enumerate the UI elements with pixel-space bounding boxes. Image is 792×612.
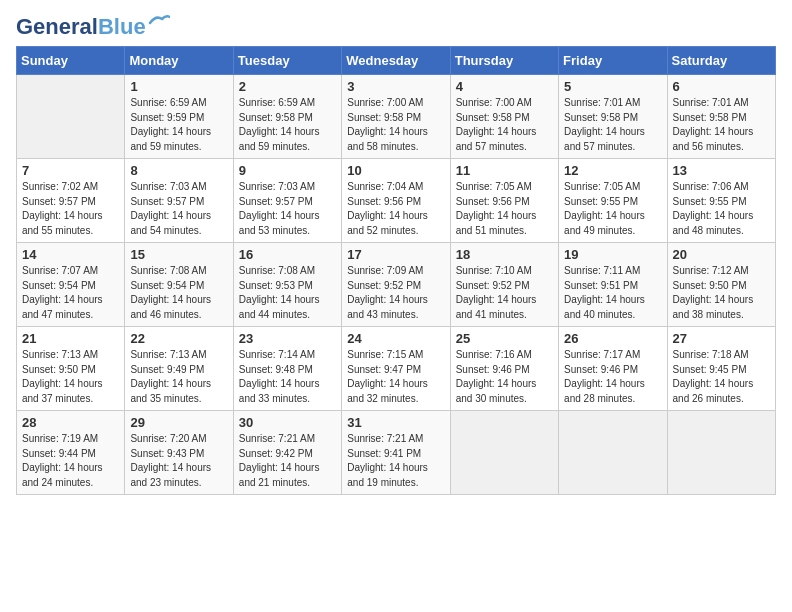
calendar-day-cell: 6 Sunrise: 7:01 AM Sunset: 9:58 PM Dayli…: [667, 75, 775, 159]
calendar-table: SundayMondayTuesdayWednesdayThursdayFrid…: [16, 46, 776, 495]
calendar-day-cell: 7 Sunrise: 7:02 AM Sunset: 9:57 PM Dayli…: [17, 159, 125, 243]
day-info: Sunrise: 7:05 AM Sunset: 9:55 PM Dayligh…: [564, 180, 661, 238]
calendar-day-cell: 19 Sunrise: 7:11 AM Sunset: 9:51 PM Dayl…: [559, 243, 667, 327]
day-info: Sunrise: 7:20 AM Sunset: 9:43 PM Dayligh…: [130, 432, 227, 490]
day-info: Sunrise: 7:00 AM Sunset: 9:58 PM Dayligh…: [347, 96, 444, 154]
day-info: Sunrise: 7:10 AM Sunset: 9:52 PM Dayligh…: [456, 264, 553, 322]
day-number: 24: [347, 331, 444, 346]
day-info: Sunrise: 7:19 AM Sunset: 9:44 PM Dayligh…: [22, 432, 119, 490]
day-number: 14: [22, 247, 119, 262]
calendar-week-row: 7 Sunrise: 7:02 AM Sunset: 9:57 PM Dayli…: [17, 159, 776, 243]
calendar-week-row: 1 Sunrise: 6:59 AM Sunset: 9:59 PM Dayli…: [17, 75, 776, 159]
day-info: Sunrise: 6:59 AM Sunset: 9:58 PM Dayligh…: [239, 96, 336, 154]
day-info: Sunrise: 7:13 AM Sunset: 9:49 PM Dayligh…: [130, 348, 227, 406]
day-info: Sunrise: 7:21 AM Sunset: 9:42 PM Dayligh…: [239, 432, 336, 490]
calendar-day-cell: 9 Sunrise: 7:03 AM Sunset: 9:57 PM Dayli…: [233, 159, 341, 243]
day-number: 16: [239, 247, 336, 262]
day-number: 23: [239, 331, 336, 346]
day-info: Sunrise: 7:21 AM Sunset: 9:41 PM Dayligh…: [347, 432, 444, 490]
calendar-day-cell: 12 Sunrise: 7:05 AM Sunset: 9:55 PM Dayl…: [559, 159, 667, 243]
calendar-day-cell: 20 Sunrise: 7:12 AM Sunset: 9:50 PM Dayl…: [667, 243, 775, 327]
day-number: 29: [130, 415, 227, 430]
day-number: 26: [564, 331, 661, 346]
day-number: 4: [456, 79, 553, 94]
calendar-day-cell: 23 Sunrise: 7:14 AM Sunset: 9:48 PM Dayl…: [233, 327, 341, 411]
calendar-day-cell: 26 Sunrise: 7:17 AM Sunset: 9:46 PM Dayl…: [559, 327, 667, 411]
calendar-day-cell: 27 Sunrise: 7:18 AM Sunset: 9:45 PM Dayl…: [667, 327, 775, 411]
day-number: 1: [130, 79, 227, 94]
day-info: Sunrise: 7:15 AM Sunset: 9:47 PM Dayligh…: [347, 348, 444, 406]
calendar-day-cell: 13 Sunrise: 7:06 AM Sunset: 9:55 PM Dayl…: [667, 159, 775, 243]
calendar-day-cell: 31 Sunrise: 7:21 AM Sunset: 9:41 PM Dayl…: [342, 411, 450, 495]
day-info: Sunrise: 7:17 AM Sunset: 9:46 PM Dayligh…: [564, 348, 661, 406]
calendar-day-cell: [559, 411, 667, 495]
calendar-day-cell: 14 Sunrise: 7:07 AM Sunset: 9:54 PM Dayl…: [17, 243, 125, 327]
day-number: 27: [673, 331, 770, 346]
day-number: 10: [347, 163, 444, 178]
logo-bird-icon: [148, 13, 170, 31]
day-info: Sunrise: 7:02 AM Sunset: 9:57 PM Dayligh…: [22, 180, 119, 238]
day-info: Sunrise: 7:08 AM Sunset: 9:53 PM Dayligh…: [239, 264, 336, 322]
calendar-day-cell: 2 Sunrise: 6:59 AM Sunset: 9:58 PM Dayli…: [233, 75, 341, 159]
day-number: 6: [673, 79, 770, 94]
calendar-day-cell: 10 Sunrise: 7:04 AM Sunset: 9:56 PM Dayl…: [342, 159, 450, 243]
day-number: 2: [239, 79, 336, 94]
calendar-day-cell: 29 Sunrise: 7:20 AM Sunset: 9:43 PM Dayl…: [125, 411, 233, 495]
day-info: Sunrise: 7:01 AM Sunset: 9:58 PM Dayligh…: [564, 96, 661, 154]
day-info: Sunrise: 7:06 AM Sunset: 9:55 PM Dayligh…: [673, 180, 770, 238]
day-info: Sunrise: 7:14 AM Sunset: 9:48 PM Dayligh…: [239, 348, 336, 406]
day-number: 12: [564, 163, 661, 178]
day-info: Sunrise: 7:13 AM Sunset: 9:50 PM Dayligh…: [22, 348, 119, 406]
day-number: 30: [239, 415, 336, 430]
calendar-day-cell: 21 Sunrise: 7:13 AM Sunset: 9:50 PM Dayl…: [17, 327, 125, 411]
calendar-day-cell: 1 Sunrise: 6:59 AM Sunset: 9:59 PM Dayli…: [125, 75, 233, 159]
calendar-day-cell: [17, 75, 125, 159]
calendar-day-cell: 30 Sunrise: 7:21 AM Sunset: 9:42 PM Dayl…: [233, 411, 341, 495]
day-info: Sunrise: 6:59 AM Sunset: 9:59 PM Dayligh…: [130, 96, 227, 154]
weekday-header-tuesday: Tuesday: [233, 47, 341, 75]
weekday-header-thursday: Thursday: [450, 47, 558, 75]
calendar-day-cell: [450, 411, 558, 495]
day-info: Sunrise: 7:09 AM Sunset: 9:52 PM Dayligh…: [347, 264, 444, 322]
day-info: Sunrise: 7:00 AM Sunset: 9:58 PM Dayligh…: [456, 96, 553, 154]
calendar-day-cell: 5 Sunrise: 7:01 AM Sunset: 9:58 PM Dayli…: [559, 75, 667, 159]
day-info: Sunrise: 7:12 AM Sunset: 9:50 PM Dayligh…: [673, 264, 770, 322]
day-number: 17: [347, 247, 444, 262]
day-info: Sunrise: 7:18 AM Sunset: 9:45 PM Dayligh…: [673, 348, 770, 406]
calendar-day-cell: 18 Sunrise: 7:10 AM Sunset: 9:52 PM Dayl…: [450, 243, 558, 327]
weekday-header-monday: Monday: [125, 47, 233, 75]
day-info: Sunrise: 7:04 AM Sunset: 9:56 PM Dayligh…: [347, 180, 444, 238]
calendar-week-row: 21 Sunrise: 7:13 AM Sunset: 9:50 PM Dayl…: [17, 327, 776, 411]
calendar-day-cell: 4 Sunrise: 7:00 AM Sunset: 9:58 PM Dayli…: [450, 75, 558, 159]
day-info: Sunrise: 7:11 AM Sunset: 9:51 PM Dayligh…: [564, 264, 661, 322]
day-number: 21: [22, 331, 119, 346]
day-number: 28: [22, 415, 119, 430]
day-number: 9: [239, 163, 336, 178]
day-info: Sunrise: 7:16 AM Sunset: 9:46 PM Dayligh…: [456, 348, 553, 406]
day-info: Sunrise: 7:07 AM Sunset: 9:54 PM Dayligh…: [22, 264, 119, 322]
day-number: 7: [22, 163, 119, 178]
calendar-day-cell: 3 Sunrise: 7:00 AM Sunset: 9:58 PM Dayli…: [342, 75, 450, 159]
day-info: Sunrise: 7:03 AM Sunset: 9:57 PM Dayligh…: [239, 180, 336, 238]
weekday-header-row: SundayMondayTuesdayWednesdayThursdayFrid…: [17, 47, 776, 75]
day-info: Sunrise: 7:03 AM Sunset: 9:57 PM Dayligh…: [130, 180, 227, 238]
day-info: Sunrise: 7:05 AM Sunset: 9:56 PM Dayligh…: [456, 180, 553, 238]
weekday-header-sunday: Sunday: [17, 47, 125, 75]
calendar-day-cell: 11 Sunrise: 7:05 AM Sunset: 9:56 PM Dayl…: [450, 159, 558, 243]
logo: GeneralBlue: [16, 16, 170, 38]
day-number: 22: [130, 331, 227, 346]
calendar-day-cell: 22 Sunrise: 7:13 AM Sunset: 9:49 PM Dayl…: [125, 327, 233, 411]
day-number: 20: [673, 247, 770, 262]
day-number: 11: [456, 163, 553, 178]
page-header: GeneralBlue: [16, 16, 776, 38]
day-info: Sunrise: 7:01 AM Sunset: 9:58 PM Dayligh…: [673, 96, 770, 154]
calendar-day-cell: 8 Sunrise: 7:03 AM Sunset: 9:57 PM Dayli…: [125, 159, 233, 243]
weekday-header-saturday: Saturday: [667, 47, 775, 75]
day-number: 19: [564, 247, 661, 262]
day-number: 25: [456, 331, 553, 346]
calendar-day-cell: 15 Sunrise: 7:08 AM Sunset: 9:54 PM Dayl…: [125, 243, 233, 327]
calendar-day-cell: [667, 411, 775, 495]
calendar-day-cell: 25 Sunrise: 7:16 AM Sunset: 9:46 PM Dayl…: [450, 327, 558, 411]
calendar-day-cell: 16 Sunrise: 7:08 AM Sunset: 9:53 PM Dayl…: [233, 243, 341, 327]
day-number: 18: [456, 247, 553, 262]
